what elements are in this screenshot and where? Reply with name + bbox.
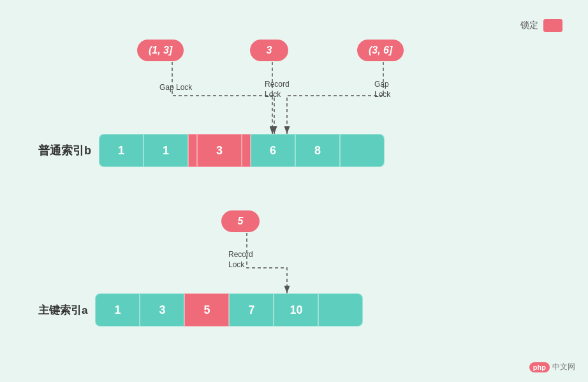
cell-1-end xyxy=(340,134,385,167)
php-logo: php 中文网 xyxy=(529,362,575,372)
cell-1-3: 3 xyxy=(197,134,242,167)
cell-2-5: 5 xyxy=(184,293,229,327)
cell-1-1: 1 xyxy=(99,134,143,167)
cell-1-6: 6 xyxy=(251,134,295,167)
index-cells-2: 1 3 5 7 10 xyxy=(95,293,363,327)
php-text: 中文网 xyxy=(552,362,575,372)
index-row-1: 普通索引b 1 1 3 6 8 xyxy=(38,134,385,167)
cell-2-3: 3 xyxy=(140,293,184,327)
legend-color-box xyxy=(543,19,562,32)
cell-1-2: 1 xyxy=(143,134,188,167)
cell-2-1: 1 xyxy=(95,293,140,327)
gap-lock-right-arrow xyxy=(287,62,383,134)
index-label-1: 普通索引b xyxy=(38,134,99,167)
bubble-record-2: 5 xyxy=(221,210,260,232)
legend: 锁定 xyxy=(520,19,562,32)
index-cells-1: 1 1 3 6 8 xyxy=(99,134,385,167)
gap-lock-left-label: Gap Lock xyxy=(159,83,192,93)
cell-2-7: 7 xyxy=(229,293,274,327)
gap-lock-right-label: GapLock xyxy=(374,80,390,99)
index-label-2: 主键索引a xyxy=(38,293,95,327)
cell-1-gap-left xyxy=(188,134,197,167)
legend-label: 锁定 xyxy=(520,20,538,31)
cell-1-gap-right xyxy=(242,134,251,167)
cell-1-8: 8 xyxy=(295,134,340,167)
cell-2-end xyxy=(318,293,363,327)
cell-2-10: 10 xyxy=(274,293,318,327)
gap-lock-left-arrow xyxy=(172,62,274,134)
php-badge: php xyxy=(529,362,550,372)
record-lock-label: RecordLock xyxy=(265,80,290,99)
bubble-gap-left: (1, 3] xyxy=(137,40,184,61)
bubble-record: 3 xyxy=(250,40,288,61)
record-lock-label-2: RecordLock xyxy=(228,250,253,270)
bubble-gap-right: (3, 6] xyxy=(357,40,404,61)
index-row-2: 主键索引a 1 3 5 7 10 xyxy=(38,293,363,327)
